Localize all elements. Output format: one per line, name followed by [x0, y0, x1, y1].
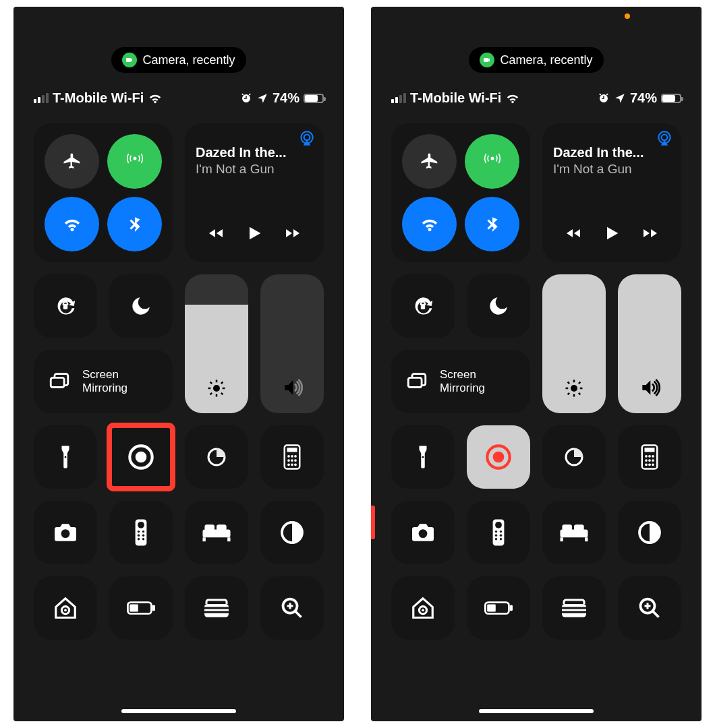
svg-point-66 [500, 530, 502, 533]
volume-slider[interactable] [618, 274, 681, 413]
connectivity-panel[interactable] [34, 123, 173, 262]
svg-point-48 [422, 456, 424, 458]
cellular-data-toggle[interactable] [465, 134, 519, 189]
timer-button[interactable] [185, 425, 248, 489]
svg-point-14 [291, 459, 293, 462]
svg-point-44 [662, 135, 668, 141]
home-button[interactable] [34, 576, 97, 640]
screen-mirroring-button[interactable]: Screen Mirroring [34, 350, 173, 413]
low-power-mode-toggle[interactable] [467, 576, 530, 640]
orientation-lock-toggle[interactable] [34, 274, 97, 338]
brightness-icon [206, 378, 227, 398]
bluetooth-toggle[interactable] [465, 197, 519, 251]
cellular-data-toggle[interactable] [107, 134, 162, 189]
rewind-icon[interactable] [204, 225, 227, 241]
control-center-right: Camera, recently T-Mobile Wi-Fi 74% Daze [371, 7, 702, 721]
svg-point-53 [645, 455, 648, 458]
volume-slider[interactable] [260, 274, 324, 413]
flashlight-button[interactable] [34, 425, 97, 489]
wifi-toggle[interactable] [402, 197, 457, 251]
media-panel[interactable]: Dazed In the... I'm Not a Gun [542, 123, 681, 262]
svg-point-65 [495, 530, 497, 533]
airplay-icon[interactable] [298, 130, 316, 150]
battery-icon [304, 94, 324, 103]
connectivity-panel[interactable] [391, 123, 530, 262]
svg-rect-39 [204, 604, 229, 617]
brightness-slider[interactable] [542, 274, 606, 413]
svg-rect-31 [202, 537, 205, 541]
svg-rect-28 [202, 530, 230, 538]
sleep-button[interactable] [542, 501, 606, 564]
camera-button[interactable] [391, 501, 455, 564]
camera-button[interactable] [34, 501, 97, 564]
home-indicator[interactable] [479, 709, 594, 713]
svg-point-67 [495, 535, 497, 537]
svg-point-64 [495, 522, 502, 528]
home-button[interactable] [391, 576, 455, 640]
do-not-disturb-toggle[interactable] [467, 274, 530, 338]
forward-icon[interactable] [639, 225, 662, 241]
media-artist: I'm Not a Gun [553, 162, 670, 177]
home-indicator[interactable] [121, 709, 236, 713]
svg-point-23 [142, 530, 144, 533]
bluetooth-toggle[interactable] [107, 197, 162, 251]
airplane-mode-toggle[interactable] [45, 134, 99, 189]
svg-point-22 [138, 530, 140, 533]
screen-mirroring-button[interactable]: Screen Mirroring [391, 350, 530, 413]
svg-point-25 [142, 535, 144, 537]
screen-mirroring-icon [46, 370, 73, 393]
privacy-indicator-pill[interactable]: Camera, recently [469, 47, 603, 73]
low-power-mode-toggle[interactable] [109, 576, 173, 640]
volume-icon [639, 377, 660, 398]
screen-record-button[interactable] [109, 425, 173, 489]
media-panel[interactable]: Dazed In the... I'm Not a Gun [185, 123, 324, 262]
timer-button[interactable] [542, 425, 606, 489]
dark-mode-toggle[interactable] [260, 501, 324, 564]
svg-point-60 [648, 463, 651, 466]
svg-point-27 [142, 538, 144, 540]
orientation-lock-toggle[interactable] [391, 274, 455, 338]
svg-point-78 [422, 609, 424, 611]
play-icon[interactable] [602, 223, 621, 243]
magnifier-button[interactable] [260, 576, 324, 640]
media-artist: I'm Not a Gun [196, 162, 313, 177]
apple-tv-remote-button[interactable] [467, 501, 530, 564]
magnifier-button[interactable] [618, 576, 681, 640]
svg-point-26 [138, 538, 140, 540]
apple-tv-remote-button[interactable] [109, 501, 173, 564]
airplay-icon[interactable] [656, 130, 673, 150]
svg-point-15 [294, 459, 297, 462]
wifi-toggle[interactable] [45, 197, 99, 251]
play-icon[interactable] [245, 223, 264, 243]
forward-icon[interactable] [281, 225, 304, 241]
screen-mirroring-label: Screen Mirroring [82, 368, 127, 394]
svg-point-21 [138, 522, 144, 528]
svg-point-19 [61, 529, 70, 538]
svg-rect-40 [204, 607, 229, 609]
screen-record-button[interactable] [467, 425, 530, 489]
control-center-left: Camera, recently T-Mobile Wi-Fi 74% [13, 7, 344, 721]
svg-rect-37 [130, 604, 138, 611]
brightness-icon [564, 378, 584, 398]
microphone-indicator-dot [625, 13, 630, 19]
calculator-button[interactable] [260, 425, 324, 489]
cellular-signal-icon [34, 93, 49, 103]
media-title: Dazed In the... [196, 145, 313, 160]
brightness-slider[interactable] [185, 274, 248, 413]
flashlight-button[interactable] [391, 425, 455, 489]
svg-point-24 [138, 535, 140, 537]
svg-point-7 [136, 452, 147, 463]
svg-point-55 [652, 455, 654, 458]
wallet-button[interactable] [185, 576, 248, 640]
carrier-label: T-Mobile Wi-Fi [410, 90, 501, 106]
do-not-disturb-toggle[interactable] [109, 274, 173, 338]
location-icon [614, 92, 626, 104]
sleep-button[interactable] [185, 501, 248, 564]
rewind-icon[interactable] [562, 225, 585, 241]
calculator-button[interactable] [618, 425, 681, 489]
dark-mode-toggle[interactable] [618, 501, 681, 564]
record-icon [485, 444, 512, 471]
privacy-indicator-pill[interactable]: Camera, recently [111, 47, 246, 73]
airplane-mode-toggle[interactable] [402, 134, 457, 189]
wallet-button[interactable] [542, 576, 606, 640]
